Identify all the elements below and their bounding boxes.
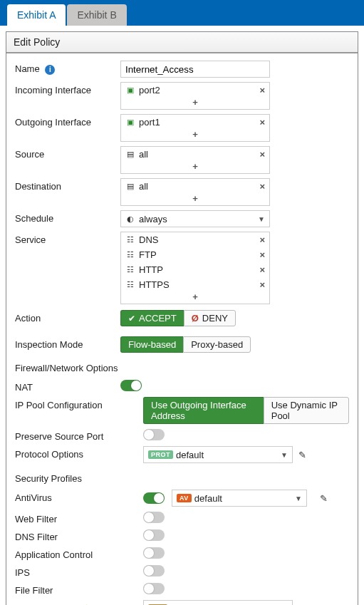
label-source: Source bbox=[15, 146, 120, 160]
antivirus-toggle[interactable] bbox=[143, 492, 165, 504]
service-icon: ☷ bbox=[125, 250, 135, 259]
list-item[interactable]: ▤ all × bbox=[121, 179, 269, 194]
add-source[interactable]: + bbox=[121, 162, 269, 173]
preserve-source-port-toggle[interactable] bbox=[143, 429, 165, 440]
protocol-options-value: default bbox=[176, 450, 204, 460]
name-input[interactable] bbox=[120, 61, 270, 78]
label-antivirus: AntiVirus bbox=[15, 490, 143, 503]
edit-policy-panel: Edit Policy Name i Incoming Interface ▣ … bbox=[6, 31, 358, 605]
nat-toggle[interactable] bbox=[120, 380, 142, 391]
incoming-interface-box[interactable]: ▣ port2 × + bbox=[120, 82, 270, 110]
remove-icon[interactable]: × bbox=[259, 264, 265, 275]
list-item[interactable]: ☷ FTP × bbox=[121, 247, 269, 262]
label-ips: IPS bbox=[15, 564, 143, 578]
label-dns-filter: DNS Filter bbox=[15, 529, 143, 542]
edit-antivirus-icon[interactable]: ✎ bbox=[320, 493, 328, 504]
label-destination: Destination bbox=[15, 178, 120, 192]
service-icon: ☷ bbox=[125, 280, 135, 289]
list-item[interactable]: ☷ DNS × bbox=[121, 232, 269, 247]
label-inspection-mode: Inspection Mode bbox=[15, 336, 120, 350]
label-nat: NAT bbox=[15, 379, 120, 393]
destination-box[interactable]: ▤ all × + bbox=[120, 178, 270, 206]
add-outgoing-interface[interactable]: + bbox=[121, 130, 269, 141]
protocol-options-dropdown[interactable]: PROT default ▼ bbox=[143, 446, 293, 463]
label-incoming-interface: Incoming Interface bbox=[15, 82, 120, 95]
label-service: Service bbox=[15, 232, 120, 245]
ippool-outgoing-button[interactable]: Use Outgoing Interface Address bbox=[143, 397, 264, 424]
label-protocol-options: Protocol Options bbox=[15, 446, 143, 460]
av-badge: AV bbox=[177, 494, 192, 502]
remove-icon[interactable]: × bbox=[259, 85, 265, 95]
service-value: HTTP bbox=[139, 264, 163, 275]
destination-value: all bbox=[139, 181, 148, 192]
edit-protocol-icon[interactable]: ✎ bbox=[298, 450, 306, 460]
schedule-value: always bbox=[139, 214, 167, 224]
add-incoming-interface[interactable]: + bbox=[121, 98, 269, 109]
list-item[interactable]: ☷ HTTP × bbox=[121, 262, 269, 277]
info-icon[interactable]: i bbox=[45, 65, 55, 75]
list-item[interactable]: ▤ all × bbox=[121, 147, 269, 162]
add-destination[interactable]: + bbox=[121, 194, 269, 205]
schedule-icon: ◐ bbox=[125, 214, 135, 224]
tab-bar: Exhibit A Exhibit B bbox=[0, 0, 364, 26]
remove-icon[interactable]: × bbox=[259, 234, 265, 245]
list-item[interactable]: ▣ port1 × bbox=[121, 115, 269, 130]
source-value: all bbox=[139, 149, 148, 160]
action-deny-button[interactable]: Ø DENY bbox=[184, 310, 236, 326]
schedule-dropdown[interactable]: ◐ always ▼ bbox=[120, 210, 270, 227]
service-value: FTP bbox=[139, 249, 157, 260]
panel-title: Edit Policy bbox=[6, 32, 358, 53]
address-icon: ▤ bbox=[125, 150, 135, 159]
label-preserve-source-port: Preserve Source Port bbox=[15, 428, 143, 442]
section-firewall-network: Firewall/Network Options bbox=[15, 363, 349, 373]
service-box[interactable]: ☷ DNS × ☷ FTP × ☷ HTTP × ☷ bbox=[120, 232, 270, 304]
label-schedule: Schedule bbox=[15, 210, 120, 224]
ips-toggle[interactable] bbox=[143, 565, 165, 576]
deny-icon: Ø bbox=[192, 313, 199, 324]
chevron-down-icon: ▼ bbox=[258, 215, 265, 223]
label-ip-pool: IP Pool Configuration bbox=[15, 397, 143, 410]
address-icon: ▤ bbox=[125, 182, 135, 191]
section-security-profiles: Security Profiles bbox=[15, 473, 349, 484]
chevron-down-icon: ▼ bbox=[281, 451, 288, 459]
ssl-inspection-dropdown[interactable]: SSL deep-inspection ▼ bbox=[143, 600, 293, 605]
outgoing-interface-value: port1 bbox=[139, 117, 160, 128]
inspection-proxy-button[interactable]: Proxy-based bbox=[183, 336, 251, 353]
source-box[interactable]: ▤ all × + bbox=[120, 146, 270, 174]
tab-exhibit-a[interactable]: Exhibit A bbox=[7, 4, 66, 26]
file-filter-toggle[interactable] bbox=[143, 583, 165, 594]
prot-badge: PROT bbox=[148, 450, 173, 459]
remove-icon[interactable]: × bbox=[259, 279, 265, 290]
label-ssl-inspection: SSL Inspection ⚠ bbox=[15, 600, 143, 605]
service-icon: ☷ bbox=[125, 265, 135, 274]
check-icon: ✔ bbox=[128, 314, 135, 324]
inspection-flow-button[interactable]: Flow-based bbox=[120, 336, 183, 353]
add-service[interactable]: + bbox=[121, 292, 269, 304]
service-value: DNS bbox=[139, 234, 158, 245]
dns-filter-toggle[interactable] bbox=[143, 529, 165, 541]
action-accept-button[interactable]: ✔ ACCEPT bbox=[120, 310, 184, 326]
port-icon: ▣ bbox=[125, 86, 135, 95]
label-outgoing-interface: Outgoing Interface bbox=[15, 114, 120, 128]
label-file-filter: File Filter bbox=[15, 582, 143, 596]
remove-icon[interactable]: × bbox=[259, 149, 265, 160]
port-icon: ▣ bbox=[125, 118, 135, 127]
service-icon: ☷ bbox=[125, 235, 135, 244]
remove-icon[interactable]: × bbox=[259, 249, 265, 260]
web-filter-toggle[interactable] bbox=[143, 512, 165, 523]
chevron-down-icon: ▼ bbox=[295, 495, 302, 502]
outgoing-interface-box[interactable]: ▣ port1 × + bbox=[120, 114, 270, 142]
label-web-filter: Web Filter bbox=[15, 511, 143, 524]
service-value: HTTPS bbox=[139, 279, 170, 290]
remove-icon[interactable]: × bbox=[259, 181, 265, 192]
list-item[interactable]: ▣ port2 × bbox=[121, 83, 269, 98]
application-control-toggle[interactable] bbox=[143, 547, 165, 559]
list-item[interactable]: ☷ HTTPS × bbox=[121, 277, 269, 292]
tab-exhibit-b[interactable]: Exhibit B bbox=[67, 4, 126, 26]
label-action: Action bbox=[15, 310, 120, 324]
remove-icon[interactable]: × bbox=[259, 117, 265, 128]
antivirus-value: default bbox=[194, 493, 222, 504]
antivirus-dropdown[interactable]: AV default ▼ bbox=[172, 490, 307, 507]
ippool-dynamic-button[interactable]: Use Dynamic IP Pool bbox=[264, 397, 349, 424]
label-name: Name i bbox=[15, 61, 120, 75]
